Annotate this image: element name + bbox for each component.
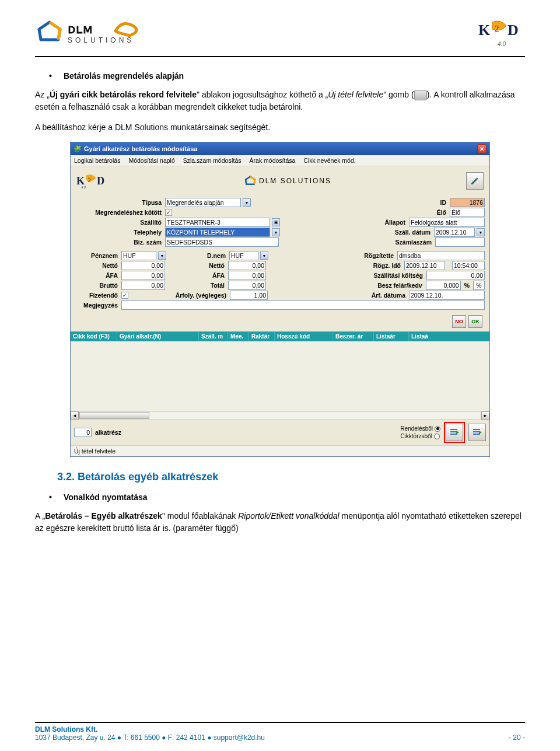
svg-text:D: D [508,22,519,39]
radio-rendelesbol[interactable]: Rendelésből [400,425,440,432]
menu-arak[interactable]: Árak módosítása [250,157,296,164]
fld-rogz: dmsdba [397,251,485,260]
col-mee[interactable]: Mee. [228,332,249,341]
lbl-id: ID [418,199,447,206]
page-header: ᴅʟᴍ SOLUTIONS K 2 D 4.0 [35,12,525,53]
fld-brutto[interactable]: 0,00 [121,281,165,290]
lbl-tipusa: Típusa [75,199,163,206]
lbl-elo: Élő [418,209,447,216]
no-button[interactable]: NO [452,315,466,328]
fld-netto2[interactable]: 0,00 [228,261,266,270]
menu-szlaszam[interactable]: Szla.szam módosítás [183,157,242,164]
add-from-list-button-2[interactable] [468,424,486,441]
lbl-afa2: ÁFA [167,272,226,279]
chevron-down-icon[interactable]: ▼ [272,228,280,236]
ok-button[interactable]: OK [468,315,482,328]
fld-penznem[interactable]: HUF [121,251,156,260]
col-cikkkod[interactable]: Cikk kód (F3) [71,332,117,341]
chk-megrend[interactable]: ✓ [165,209,172,216]
fld-beszfelar[interactable]: 0,000 [426,281,461,290]
radio-cikktorzsbol[interactable]: Cikktörzsből [400,433,440,439]
lbl-arfoly: Árfoly. (végleges) [169,292,228,299]
titlebar: 🧩 Gyári alkatrész betárolás módosítása ✕ [71,142,489,155]
lbl-rogzido: Rögz. idő [349,262,402,269]
para-2: A beállításhoz kérje a DLM Solutions mun… [35,121,525,134]
menu-logikai[interactable]: Logikai betárolás [74,157,120,164]
fld-afa2[interactable]: 0,00 [228,271,266,280]
col-raktar[interactable]: Raktár [249,332,275,341]
svg-text:ᴅʟᴍ: ᴅʟᴍ [68,22,93,36]
header-rule [35,56,525,57]
footer-page: - 20 - [509,733,525,742]
pct-btn[interactable]: % [473,281,485,290]
window-title: Gyári alkatrész betárolás módosítása [84,145,197,152]
fld-szallkts[interactable]: 0,00 [426,271,485,280]
svg-text:2: 2 [88,177,91,183]
fld-id: 1876 [450,198,485,207]
col-hosszu[interactable]: Hosszú kód [275,332,333,341]
lbl-fizetendo: Fizetendő [75,292,119,299]
bullet-1: • Betárolás megrendelés alapján [35,71,525,81]
list-icon [414,90,427,100]
fld-rogzido-time: 10:54:00 [452,261,485,270]
k2d-logo: K 2 D 4.0 [478,18,525,47]
edit-button[interactable] [466,172,484,190]
menubar: Logikai betárolás Módosítási napló Szla.… [71,155,489,166]
fld-arfdatum[interactable]: 2009.12.10. [409,291,485,300]
col-gyari[interactable]: Gyári alkatr.(N) [117,332,199,341]
footer-company: DLM Solutions Kft. [35,725,265,733]
horizontal-scrollbar[interactable]: ◄ ► [71,411,489,420]
logo-row: K 2 D 4.0 DLM SOLUTIONS [71,166,489,195]
col-szallm[interactable]: Száll. m [199,332,228,341]
para-1: Az „Új gyári cikk betárolás rekord felvi… [35,89,525,113]
bullet-2-text: Vonalkód nyomtatása [64,492,148,502]
fld-netto1[interactable]: 0,00 [121,261,165,270]
fld-szalldatum[interactable]: 2009.12.10 [434,228,475,237]
lbl-szallkts: Szállítási költség [354,272,424,279]
fld-bizszam[interactable]: SEDFSDFDSDS [165,237,279,247]
fld-total[interactable]: 0,00 [228,281,266,290]
lbl-szalldatum: Száll. dátum [385,229,432,236]
col-lista1[interactable]: Listaár [374,332,409,341]
chevron-down-icon[interactable]: ▼ [477,228,485,236]
scroll-left-icon[interactable]: ◄ [71,411,79,420]
menu-modositasi[interactable]: Módosítási napló [128,157,174,164]
lbl-telephely: Telephely [75,229,163,236]
grid-header: Cikk kód (F3) Gyári alkatr.(N) Száll. m … [71,331,489,341]
chevron-down-icon[interactable]: ▣ [272,218,280,226]
lbl-total: Totál [167,282,226,289]
chevron-down-icon[interactable]: ▼ [158,252,166,260]
col-beszer[interactable]: Beszer. ár [333,332,374,341]
dlm-logo: ᴅʟᴍ SOLUTIONS [35,19,184,45]
menu-cikknev[interactable]: Cikk nevének mód. [303,157,355,164]
fld-szallito[interactable]: TESZTPARTNER-3 [165,218,270,227]
svg-text:K: K [76,175,85,187]
col-lista2[interactable]: Listaá [409,332,489,341]
fld-afa1[interactable]: 0,00 [121,271,165,280]
lbl-penznem: Pénznem [75,252,119,259]
fld-tipusa[interactable]: Megrendelés alapján [165,198,241,207]
fld-rogzido-date: 2009.12.10 [404,261,445,270]
fld-telephely[interactable]: KÖZPONTI TELEPHELY [165,228,270,237]
lbl-bizszam: Biz. szám [75,239,163,246]
bottom-bar: 0 alkatrész Rendelésből Cikktörzsből [71,420,489,445]
fld-arfoly[interactable]: 1,00 [230,291,268,300]
count-field: 0 [74,428,92,437]
chevron-down-icon[interactable]: ▼ [243,198,251,207]
close-icon[interactable]: ✕ [477,144,487,153]
fld-megj[interactable] [121,301,485,310]
count-label: alkatrész [95,429,121,436]
chk-fizetendo[interactable]: ✓ [121,292,128,299]
fld-szamlaszam[interactable] [435,237,485,247]
highlighted-button [444,422,465,443]
chevron-down-icon[interactable]: ▼ [260,252,268,260]
app-window: 🧩 Gyári alkatrész betárolás módosítása ✕… [70,142,490,457]
page-footer: DLM Solutions Kft. 1037 Budapest, Zay u.… [35,722,525,742]
lbl-dnem: D.nem [169,252,227,259]
scroll-right-icon[interactable]: ► [481,411,489,420]
form-area: Típusa Megrendelés alapján ▼ ID 1876 Meg… [71,195,489,331]
lbl-beszfelar: Besz felár/kedv [354,282,424,289]
fld-dnem[interactable]: HUF [229,251,258,260]
lbl-netto1: Nettó [75,262,119,269]
add-from-list-button[interactable] [446,424,463,441]
